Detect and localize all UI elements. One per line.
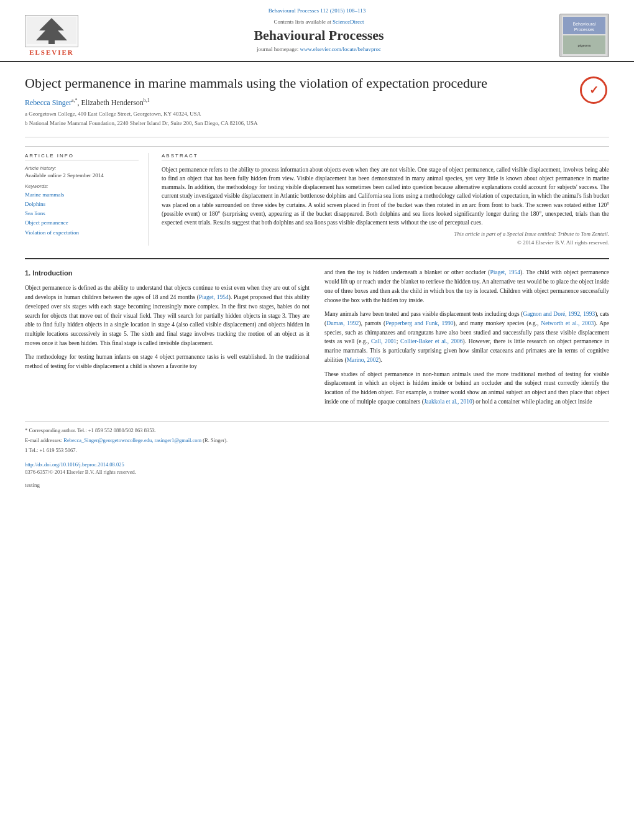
contents-line: Contents lists available at ScienceDirec… (78, 19, 559, 25)
affiliations: a Georgetown College, 400 East College S… (25, 110, 487, 128)
email-note: E-mail addresses: Rebecca_Singer@georget… (25, 436, 609, 445)
marino-link[interactable]: Marino, 2002 (347, 357, 379, 363)
email-label: E-mail addresses: (25, 437, 62, 443)
collier-link[interactable]: Collier-Baker et al., 2006 (400, 338, 462, 344)
crossmark-logo[interactable]: ✓ (578, 75, 609, 106)
sciencedirect-link[interactable]: ScienceDirect (333, 19, 364, 25)
author-rebecca[interactable]: Rebecca Singer (25, 98, 71, 107)
tel2-text: 1 Tel.: +1 619 553 5067. (25, 447, 77, 453)
abstract-heading: ABSTRACT (162, 153, 609, 160)
article-title: Object permanence in marine mammals usin… (25, 75, 487, 93)
affil-a: a Georgetown College, 400 East College S… (25, 110, 487, 119)
section1-heading: 1. Introduction (25, 268, 310, 279)
homepage-url[interactable]: www.elsevier.com/locate/behavproc (300, 46, 381, 52)
body-para-3: and then the toy is hidden underneath a … (324, 268, 609, 305)
history-value: Available online 2 September 2014 (25, 172, 139, 178)
svg-text:pigeons: pigeons (577, 44, 590, 47)
article-info-col: ARTICLE INFO Article history: Available … (25, 153, 149, 246)
keyword-5: Violation of expectation (25, 228, 139, 238)
tel2-note: 1 Tel.: +1 619 553 5067. (25, 446, 609, 455)
gagnon-link[interactable]: Gagnon and Doré, 1992, 1993 (523, 311, 595, 317)
article-footer: * Corresponding author. Tel.: +1 859 552… (25, 421, 609, 489)
author-sep: , Elizabeth Henderson (78, 98, 144, 107)
volume-info-text: Behavioural Processes 112 (2015) 108–113 (269, 7, 365, 14)
volume-info: Behavioural Processes 112 (2015) 108–113 (25, 5, 609, 14)
page: Behavioural Processes 112 (2015) 108–113… (0, 0, 634, 840)
pepperberg-link[interactable]: Pepperberg and Funk, 1990 (385, 320, 453, 326)
article-info-abstract: ARTICLE INFO Article history: Available … (25, 146, 609, 246)
email-suffix: (R. Singer). (203, 437, 227, 443)
copyright-line: © 2014 Elsevier B.V. All rights reserved… (162, 239, 609, 246)
contents-text: Contents lists available at (274, 19, 331, 25)
body-para-5: These studies of object permanence in no… (324, 370, 609, 407)
jaakkola-link[interactable]: Jaakkola et al., 2010 (424, 399, 472, 405)
issn-text: 0376-6357/© 2014 Elsevier B.V. All right… (25, 469, 136, 475)
crossmark-circle: ✓ (580, 76, 607, 104)
history-label: Article history: (25, 165, 139, 171)
title-and-authors: Object permanence in marine mammals usin… (25, 75, 487, 131)
neiworth-link[interactable]: Neiworth et al., 2003 (541, 320, 594, 326)
corresponding-note: * Corresponding author. Tel.: +1 859 552… (25, 427, 609, 435)
journal-thumbnail: Behavioural Processes pigeons (559, 14, 609, 57)
journal-center: Contents lists available at ScienceDirec… (78, 19, 559, 52)
keyword-4: Object permanence (25, 218, 139, 228)
abstract-col: ABSTRACT Object permanence refers to the… (162, 153, 609, 246)
doi-line[interactable]: http://dx.doi.org/10.1016/j.beproc.2014.… (25, 461, 609, 469)
keywords-list: Marine mammals Dolphins Sea lions Object… (25, 190, 139, 238)
elsevier-logo: ELSEVIER (25, 15, 78, 56)
email1-link[interactable]: Rebecca_Singer@georgetowncollege.edu, (63, 437, 153, 443)
author-a-super: a,* (71, 98, 78, 103)
body-para-2: The methodology for testing human infant… (25, 353, 310, 371)
homepage-label: journal homepage: (257, 46, 298, 52)
body-para-1: Object permanence is defined as the abil… (25, 284, 310, 348)
two-col-body: 1. Introduction Object permanence is def… (25, 268, 609, 411)
svg-text:Behavioural: Behavioural (573, 22, 596, 26)
affil-b: b National Marine Mammal Foundation, 224… (25, 119, 487, 128)
journal-title-header: Behavioural Processes (78, 27, 559, 44)
doi-text[interactable]: http://dx.doi.org/10.1016/j.beproc.2014.… (25, 461, 124, 468)
body-col-left: 1. Introduction Object permanence is def… (25, 268, 310, 411)
testing-label: testing (25, 481, 609, 490)
author-b-super: b,1 (144, 98, 150, 103)
body-para-4: Many animals have been tested and pass v… (324, 310, 609, 364)
call-link[interactable]: Call, 2001 (371, 338, 397, 344)
svg-text:Processes: Processes (574, 27, 595, 32)
abstract-special-note: This article is part of a Special Issue … (162, 231, 609, 237)
keyword-3: Sea lions (25, 209, 139, 218)
body-section: 1. Introduction Object permanence is def… (25, 258, 609, 489)
affil-a-text: a Georgetown College, 400 East College S… (25, 110, 201, 119)
email2-link[interactable]: rasinger1@gmail.com (155, 437, 202, 443)
elsevier-label: ELSEVIER (29, 48, 74, 56)
keywords-label: Keywords: (25, 183, 139, 189)
journal-header: Behavioural Processes 112 (2015) 108–113… (0, 0, 634, 62)
body-col-right: and then the toy is hidden underneath a … (324, 268, 609, 411)
piaget-1954-link-2[interactable]: Piaget, 1954 (490, 269, 520, 275)
main-content: Object permanence in marine mammals usin… (0, 62, 634, 490)
corresponding-text: * Corresponding author. Tel.: +1 859 552… (25, 427, 156, 433)
article-info-heading: ARTICLE INFO (25, 153, 139, 160)
piaget-1954-link-1[interactable]: Piaget, 1954 (199, 294, 229, 300)
keyword-1: Marine mammals (25, 190, 139, 200)
elsevier-tree-icon (25, 15, 78, 47)
journal-top-row: ELSEVIER Contents lists available at Sci… (25, 14, 609, 57)
issn-line: 0376-6357/© 2014 Elsevier B.V. All right… (25, 468, 609, 476)
keyword-2: Dolphins (25, 200, 139, 209)
journal-homepage: journal homepage: www.elsevier.com/locat… (78, 46, 559, 52)
abstract-text: Object permanence refers to the ability … (162, 165, 609, 228)
dumas-link[interactable]: Dumas, 1992 (326, 320, 359, 326)
affil-b-text: b National Marine Mammal Foundation, 224… (25, 119, 258, 128)
authors-line: Rebecca Singera,*, Elizabeth Hendersonb,… (25, 98, 487, 108)
article-title-section: Object permanence in marine mammals usin… (25, 62, 609, 137)
